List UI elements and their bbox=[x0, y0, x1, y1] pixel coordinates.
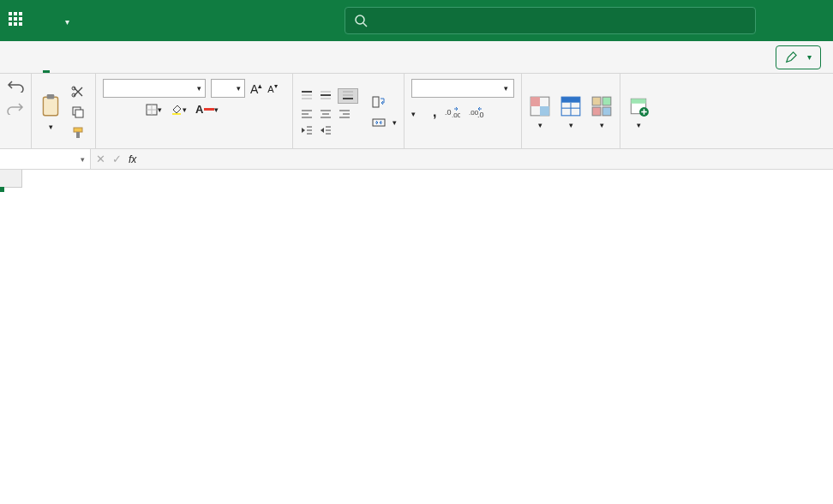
align-middle-button[interactable] bbox=[319, 90, 333, 102]
cut-button[interactable] bbox=[68, 83, 88, 100]
copy-button[interactable] bbox=[68, 104, 88, 121]
svg-text:.0: .0 bbox=[477, 111, 484, 118]
name-box[interactable]: ▾ bbox=[0, 149, 91, 169]
search-icon bbox=[354, 14, 368, 27]
align-top-button[interactable] bbox=[300, 90, 314, 102]
insert-cells-button[interactable]: ▾ bbox=[627, 95, 650, 129]
enter-formula-button[interactable]: ✓ bbox=[112, 153, 122, 165]
tab-data[interactable] bbox=[154, 41, 178, 73]
number-format-select[interactable]: ▾ bbox=[411, 79, 514, 98]
group-label bbox=[7, 145, 24, 147]
bucket-icon bbox=[171, 104, 183, 116]
tab-page-layout[interactable] bbox=[106, 41, 130, 73]
cond-format-icon bbox=[529, 95, 551, 117]
group-number: ▾ ▾ , .0.00 .00.0 bbox=[405, 74, 522, 148]
insert-icon bbox=[627, 95, 650, 117]
tab-automate[interactable] bbox=[226, 41, 250, 73]
fill-color-button[interactable]: ▾ bbox=[171, 104, 187, 116]
paste-button[interactable]: ▾ bbox=[39, 93, 63, 131]
border-icon bbox=[146, 104, 158, 116]
font-name-select[interactable]: ▾ bbox=[103, 79, 206, 98]
clipboard-icon bbox=[39, 93, 63, 119]
tab-formulas[interactable] bbox=[130, 41, 154, 73]
font-size-select[interactable]: ▾ bbox=[211, 79, 245, 98]
tab-help[interactable] bbox=[250, 41, 274, 73]
align-center-button[interactable] bbox=[319, 108, 333, 120]
tab-view[interactable] bbox=[202, 41, 226, 73]
undo-button[interactable] bbox=[7, 79, 24, 93]
svg-rect-57 bbox=[631, 99, 645, 103]
svg-rect-14 bbox=[204, 108, 214, 111]
tab-insert[interactable] bbox=[58, 41, 82, 73]
doc-title[interactable]: ▾ bbox=[55, 14, 69, 27]
tab-file[interactable] bbox=[10, 41, 34, 73]
svg-rect-52 bbox=[592, 97, 601, 105]
comma-button[interactable]: , bbox=[433, 105, 436, 120]
align-left-button[interactable] bbox=[300, 108, 314, 120]
copy-icon bbox=[71, 105, 85, 119]
grow-font-button[interactable]: A▴ bbox=[250, 81, 262, 96]
chevron-down-icon: ▾ bbox=[49, 123, 53, 131]
format-as-table-button[interactable]: ▾ bbox=[560, 95, 582, 129]
merge-center-button[interactable]: ▾ bbox=[372, 117, 397, 129]
wrap-text-button[interactable] bbox=[372, 96, 397, 108]
group-clipboard: ▾ bbox=[32, 74, 96, 148]
conditional-formatting-button[interactable]: ▾ bbox=[529, 95, 551, 129]
scissors-icon bbox=[71, 85, 85, 99]
tab-draw[interactable] bbox=[82, 41, 106, 73]
svg-text:.0: .0 bbox=[445, 108, 452, 117]
ribbon: ▾ ▾ ▾ A▴ A▾ ▾ ▾ bbox=[0, 74, 833, 149]
currency-button[interactable]: ▾ bbox=[411, 106, 416, 119]
app-launcher-icon[interactable] bbox=[9, 12, 26, 29]
increase-decimal-button[interactable]: .0.00 bbox=[445, 106, 460, 118]
group-undo bbox=[0, 74, 32, 148]
group-cells: ▾ bbox=[620, 74, 656, 148]
align-right-button[interactable] bbox=[338, 108, 351, 120]
svg-rect-9 bbox=[76, 132, 80, 138]
tab-home[interactable] bbox=[34, 41, 58, 73]
group-label bbox=[627, 145, 650, 147]
group-label bbox=[103, 145, 285, 147]
redo-button[interactable] bbox=[7, 101, 24, 115]
svg-rect-54 bbox=[592, 107, 601, 116]
title-bar: ▾ bbox=[0, 0, 833, 41]
svg-rect-13 bbox=[172, 113, 181, 115]
group-font: ▾ ▾ A▴ A▾ ▾ ▾ A▾ bbox=[96, 74, 293, 148]
chevron-down-icon: ▾ bbox=[65, 17, 69, 27]
svg-rect-8 bbox=[74, 128, 82, 132]
font-color-button[interactable]: A▾ bbox=[195, 103, 219, 116]
group-label bbox=[39, 145, 88, 147]
select-all-corner[interactable] bbox=[0, 170, 22, 188]
svg-rect-7 bbox=[75, 110, 83, 117]
wrap-icon bbox=[372, 96, 386, 108]
cancel-formula-button[interactable]: ✕ bbox=[96, 153, 105, 165]
styles-icon bbox=[590, 95, 613, 117]
shrink-font-button[interactable]: A▾ bbox=[267, 82, 277, 94]
search-input[interactable] bbox=[345, 7, 756, 34]
format-painter-button[interactable] bbox=[68, 124, 88, 141]
svg-point-0 bbox=[356, 15, 364, 24]
increase-indent-button[interactable] bbox=[319, 124, 333, 136]
align-bottom-button[interactable] bbox=[338, 88, 358, 104]
decrease-indent-button[interactable] bbox=[300, 124, 314, 136]
group-alignment: ▾ bbox=[293, 74, 405, 148]
formula-bar-row: ▾ ✕ ✓ fx bbox=[0, 149, 833, 170]
group-label bbox=[529, 145, 613, 147]
svg-line-1 bbox=[363, 23, 367, 27]
group-label bbox=[300, 145, 397, 147]
group-styles: ▾ ▾ ▾ bbox=[522, 74, 620, 148]
svg-rect-39 bbox=[373, 97, 379, 107]
mode-editing-button[interactable]: ▾ bbox=[776, 45, 821, 69]
svg-rect-55 bbox=[602, 107, 611, 116]
svg-rect-40 bbox=[373, 119, 385, 126]
group-label bbox=[411, 145, 514, 147]
border-button[interactable]: ▾ bbox=[146, 104, 162, 116]
cell-styles-button[interactable]: ▾ bbox=[590, 95, 613, 129]
fx-icon[interactable]: fx bbox=[129, 153, 136, 165]
decrease-decimal-button[interactable]: .00.0 bbox=[469, 106, 484, 118]
svg-rect-2 bbox=[43, 97, 57, 115]
ribbon-tabs: ▾ bbox=[0, 41, 833, 74]
svg-rect-3 bbox=[47, 94, 55, 99]
tab-review[interactable] bbox=[178, 41, 202, 73]
svg-rect-49 bbox=[561, 97, 580, 103]
